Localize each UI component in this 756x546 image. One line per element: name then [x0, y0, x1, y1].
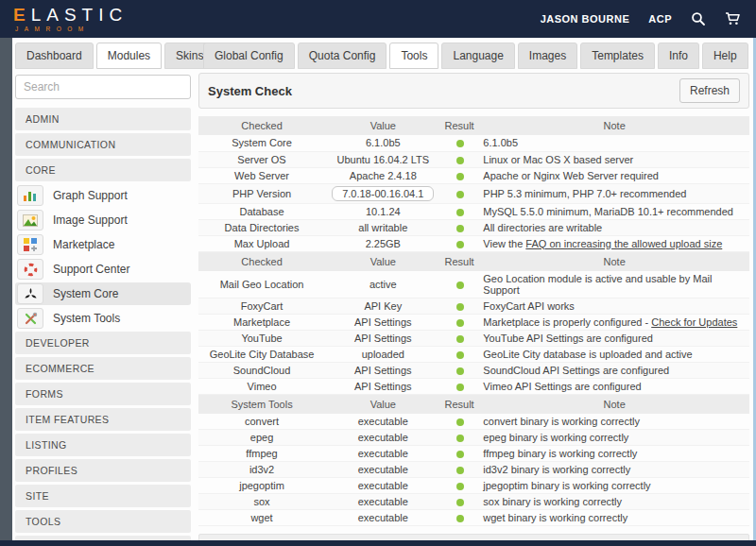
jamroom-logo[interactable]: ELASTIC JAMROOM: [13, 6, 128, 33]
sidebar-item-graph-support[interactable]: Graph Support: [15, 184, 191, 207]
sidebar-item-label: Marketplace: [53, 238, 114, 251]
value-cell: executable: [325, 430, 440, 446]
tab-info[interactable]: Info: [658, 43, 699, 69]
checked-cell: FoxyCart: [198, 298, 325, 314]
sidebar-item-support-center[interactable]: Support Center: [15, 258, 191, 281]
refresh-button[interactable]: Refresh: [679, 78, 740, 103]
result-cell: [441, 219, 480, 235]
note-link-faq-on-increasing-the-allowed-upload-size[interactable]: FAQ on increasing the allowed upload siz…: [525, 238, 722, 249]
tab-modules[interactable]: Modules: [96, 43, 162, 69]
note-cell: Marketplace is properly configured - Che…: [479, 314, 749, 330]
note-link-check-for-updates[interactable]: Check for Updates: [651, 316, 737, 328]
sidebar-section-forms[interactable]: FORMS: [15, 383, 191, 405]
column-header-checked: Checked: [198, 252, 325, 271]
crossed-tools-icon: [17, 308, 43, 329]
user-menu[interactable]: JASON BOURNE: [541, 13, 630, 25]
status-ok-dot: [456, 319, 464, 327]
sidebar-section-ecommerce[interactable]: ECOMMERCE: [15, 357, 191, 380]
logo-text: ELASTIC: [13, 6, 128, 24]
column-header-note: Note: [479, 252, 749, 271]
sidebar-section-site[interactable]: SITE: [15, 485, 191, 507]
tab-quota-config[interactable]: Quota Config: [298, 43, 387, 69]
value-cell: executable: [325, 478, 440, 494]
table-row: Server OSUbuntu 16.04.2 LTSLinux or Mac …: [198, 151, 749, 167]
table-row: FoxyCartAPI KeyFoxyCart API works: [198, 298, 749, 314]
status-ok-dot: [456, 282, 464, 289]
tab-global-config[interactable]: Global Config: [203, 43, 295, 69]
php-version-input[interactable]: 7.0.18-00.16.04.1: [332, 186, 434, 201]
value-cell: active: [325, 271, 440, 299]
result-cell: [441, 298, 480, 314]
status-ok-dot: [456, 225, 464, 232]
table-row: System Core6.1.0b56.1.0b5: [198, 135, 749, 151]
column-header-value: Value: [325, 252, 440, 271]
page: DashboardModulesSkins Global ConfigQuota…: [12, 38, 753, 540]
top-bar-right: JASON BOURNE ACP: [541, 11, 741, 26]
sidebar-section-item-features[interactable]: ITEM FEATURES: [15, 408, 191, 431]
table-row: Database10.1.24MySQL 5.5.0 minimum, Mari…: [198, 203, 749, 219]
checked-cell: id3v2: [198, 462, 325, 478]
status-ok-dot: [456, 515, 464, 522]
acp-link[interactable]: ACP: [648, 13, 672, 25]
value-cell: 6.1.0b5: [325, 135, 440, 151]
check-table-0: CheckedValueResultNoteSystem Core6.1.0b5…: [198, 116, 749, 252]
sidebar-item-label: Image Support: [53, 213, 128, 227]
result-cell: [441, 478, 480, 494]
sidebar-item-marketplace[interactable]: Marketplace: [15, 233, 191, 256]
tab-help[interactable]: Help: [702, 43, 748, 69]
sidebar-item-image-support[interactable]: Image Support: [15, 209, 191, 231]
column-header-result: Result: [441, 395, 480, 414]
result-cell: [441, 378, 480, 394]
note-cell: PHP 5.3 minimum, PHP 7.0+ recommended: [479, 183, 749, 203]
column-header-checked: Checked: [198, 116, 325, 135]
tab-dashboard[interactable]: Dashboard: [15, 43, 94, 69]
tab-templates[interactable]: Templates: [580, 43, 655, 69]
tab-language[interactable]: Language: [441, 43, 514, 69]
sidebar-section-core[interactable]: CORE: [15, 159, 191, 181]
status-ok-dot: [456, 140, 464, 147]
checked-cell: YouTube: [198, 330, 325, 346]
checked-cell: PHP Version: [198, 183, 325, 203]
tab-tools[interactable]: Tools: [389, 43, 438, 69]
checked-cell: jpegoptim: [198, 478, 325, 494]
sidebar-section-admin[interactable]: ADMIN: [15, 108, 191, 130]
checked-cell: epeg: [198, 430, 325, 446]
tab-images[interactable]: Images: [518, 43, 577, 69]
value-cell: executable: [325, 494, 440, 510]
sidebar-item-label: System Tools: [53, 312, 120, 325]
sidebar-section-communication[interactable]: COMMUNICATION: [15, 133, 191, 156]
sidebar: ADMINCOMMUNICATIONCORE Graph SupportImag…: [15, 73, 191, 540]
value-cell: API Settings: [325, 378, 440, 394]
sidebar-section-profiles[interactable]: PROFILES: [15, 459, 191, 482]
sidebar-section-listing[interactable]: LISTING: [15, 434, 191, 456]
table-row: Mail Geo LocationactiveGeo Location modu…: [198, 271, 749, 299]
result-cell: [441, 414, 480, 430]
sidebar-sections-top: ADMINCOMMUNICATIONCORE: [15, 108, 191, 181]
sidebar-item-system-core[interactable]: System Core: [15, 282, 191, 305]
cart-icon[interactable]: [725, 11, 741, 26]
tab-bar: DashboardModulesSkins Global ConfigQuota…: [15, 43, 749, 69]
sidebar-section-developer[interactable]: DEVELOPER: [15, 332, 191, 354]
checked-cell: ffmpeg: [198, 446, 325, 462]
table-row: soxexecutablesox binary is working corre…: [198, 494, 749, 510]
value-cell: executable: [325, 446, 440, 462]
grid-plus-icon: [17, 234, 43, 255]
table-row: wgetexecutablewget binary is working cor…: [198, 510, 749, 526]
search-input[interactable]: [15, 75, 191, 99]
sidebar-item-system-tools[interactable]: System Tools: [15, 307, 191, 330]
table-row: Data Directoriesall writableAll director…: [198, 219, 749, 235]
panel-header: System Check Refresh: [198, 73, 749, 109]
sidebar-section-tools[interactable]: TOOLS: [15, 510, 191, 533]
column-header-result: Result: [441, 252, 480, 271]
status-ok-dot: [456, 483, 464, 490]
note-cell: View the FAQ on increasing the allowed u…: [479, 235, 749, 251]
table-row: jpegoptimexecutablejpegoptim binary is w…: [198, 478, 749, 494]
sidebar-section-users[interactable]: USERS: [15, 536, 191, 540]
note-cell: convert binary is working correctly: [479, 414, 749, 430]
value-cell: API Settings: [325, 314, 440, 330]
header-row: CheckedValueResultNote: [198, 252, 749, 271]
checked-cell: GeoLite City Database: [198, 346, 325, 362]
search-icon[interactable]: [691, 11, 706, 26]
note-cell: Geo Location module is active and usable…: [479, 271, 749, 299]
table-row: SoundCloudAPI SettingsSoundCloud API Set…: [198, 362, 749, 378]
